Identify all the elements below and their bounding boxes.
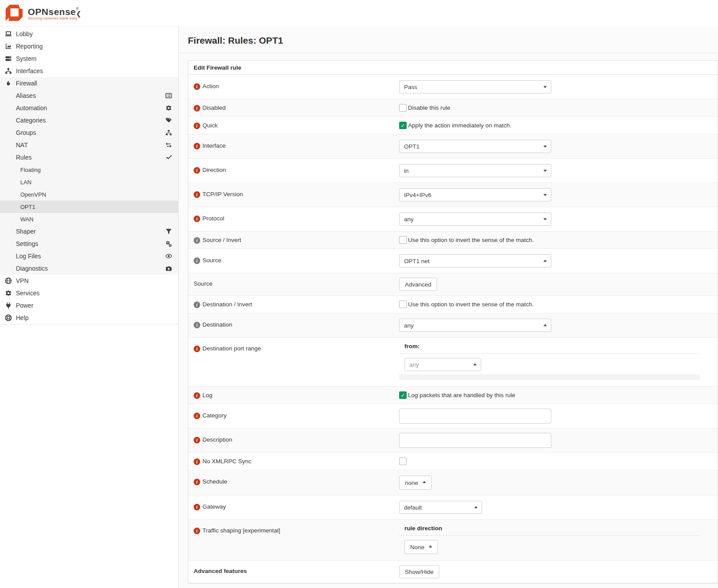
sidebar-item-rules-wan[interactable]: WAN xyxy=(0,213,178,225)
protocol-select[interactable]: any xyxy=(399,212,551,226)
row-control: Disable this rule xyxy=(399,104,718,112)
info-icon[interactable]: i xyxy=(194,479,200,485)
source-select[interactable]: OPT1 net xyxy=(399,254,551,268)
info-icon[interactable]: i xyxy=(194,83,200,90)
sidebar-item-power[interactable]: Power xyxy=(0,299,178,312)
sidebar-item-categories[interactable]: Categories xyxy=(0,114,178,127)
row-label: iTCP/IP Version xyxy=(188,188,399,201)
disabled-checkbox[interactable] xyxy=(399,104,407,112)
info-icon[interactable]: i xyxy=(194,504,200,510)
info-icon[interactable]: i xyxy=(194,143,200,149)
sidebar-item-lobby[interactable]: Lobby xyxy=(0,28,178,40)
info-icon[interactable]: i xyxy=(194,191,200,198)
description-input[interactable] xyxy=(399,433,551,448)
row-control: any xyxy=(399,212,718,226)
checkbox-label: Log packets that are handled by this rul… xyxy=(408,391,515,398)
row-label: iSchedule xyxy=(188,476,399,490)
checkbox-label: Use this option to invert the sense of t… xyxy=(408,301,534,308)
sidebar-item-label: Floating xyxy=(20,167,41,173)
no-xmlrpc-sync-checkbox[interactable] xyxy=(399,458,407,465)
row-label: iNo XMLRPC Sync xyxy=(188,458,399,465)
row-label: iProtocol xyxy=(188,212,399,226)
sidebar-item-groups[interactable]: Groups xyxy=(0,127,178,139)
row-control: ✓Apply the action immediately on match. xyxy=(399,122,718,129)
sidebar-item-nat[interactable]: NAT xyxy=(0,139,178,151)
gear-icon xyxy=(165,105,172,112)
select-value: Pass xyxy=(404,84,417,90)
tcpip-version-select[interactable]: IPv4+IPv6 xyxy=(399,188,551,201)
source-advanced-button[interactable]: Advanced xyxy=(399,278,437,291)
sidebar-item-services[interactable]: Services xyxy=(0,287,178,299)
info-icon[interactable]: i xyxy=(194,257,200,264)
sidebar-item-shaper[interactable]: Shaper xyxy=(0,225,178,238)
info-icon[interactable]: i xyxy=(194,301,200,308)
select-value: any xyxy=(409,361,419,368)
sidebar-item-system[interactable]: System xyxy=(0,52,178,65)
info-icon[interactable]: i xyxy=(194,167,200,174)
sidebar-item-rules[interactable]: Rules xyxy=(0,151,178,164)
sidebar-item-interfaces[interactable]: Interfaces xyxy=(0,65,178,77)
destination-invert-checkbox[interactable] xyxy=(399,301,407,308)
sidebar-item-rules-openvpn[interactable]: OpenVPN xyxy=(0,188,178,201)
info-icon[interactable]: i xyxy=(194,237,200,244)
group-body: None xyxy=(399,536,700,554)
info-icon[interactable]: i xyxy=(194,322,200,328)
info-icon[interactable]: i xyxy=(194,413,200,419)
gateway-select[interactable]: default xyxy=(399,501,482,514)
sidebar-item-firewall[interactable]: Firewall xyxy=(0,77,178,89)
info-icon[interactable]: i xyxy=(194,105,200,112)
row-label-text: Gateway xyxy=(202,503,226,510)
sidebar-item-log-files[interactable]: Log Files xyxy=(0,250,178,262)
select-value: any xyxy=(404,322,414,329)
sidebar-item-reporting[interactable]: Reporting xyxy=(0,40,178,52)
sidebar-item-label: Diagnostics xyxy=(16,265,48,272)
info-icon[interactable]: i xyxy=(194,458,200,465)
info-icon[interactable]: i xyxy=(194,346,200,352)
info-icon[interactable]: i xyxy=(194,392,200,399)
destination-select[interactable]: any xyxy=(399,319,551,332)
source-invert-checkbox[interactable] xyxy=(399,236,407,244)
category-input[interactable] xyxy=(399,409,551,424)
chevron-down-icon xyxy=(543,86,547,88)
row-control xyxy=(399,458,718,465)
traffic-shaping-group: rule directionNone xyxy=(399,525,700,554)
opnsense-logo-icon xyxy=(4,4,24,23)
sidebar-item-automation[interactable]: Automation xyxy=(0,102,178,114)
action-select[interactable]: Pass xyxy=(399,80,551,93)
sidebar-item-rules-opt1[interactable]: OPT1 xyxy=(0,201,178,213)
schedule-select[interactable]: none xyxy=(399,476,432,490)
row-label: iCategory xyxy=(188,409,399,424)
info-icon[interactable]: i xyxy=(194,123,200,129)
row-label-text: Direction xyxy=(202,167,226,173)
info-icon[interactable]: i xyxy=(194,437,200,443)
select-value: None xyxy=(410,544,424,551)
row-control xyxy=(399,433,718,448)
row-label-text: Action xyxy=(202,83,219,89)
main-content: Firewall: Rules: OPT1 Edit Firewall rule… xyxy=(179,26,718,588)
row-label: iGateway xyxy=(188,501,399,514)
sidebar-item-diagnostics[interactable]: Diagnostics xyxy=(0,262,178,275)
sidebar-item-rules-lan[interactable]: LAN xyxy=(0,176,178,188)
sidebar-item-vpn[interactable]: VPN xyxy=(0,275,178,287)
interface-select[interactable]: OPT1 xyxy=(399,140,551,153)
chevron-up-icon xyxy=(473,363,477,365)
sidebar-item-settings[interactable]: Settings xyxy=(0,238,178,250)
destination-port-range-select[interactable]: any xyxy=(404,358,481,371)
advanced-features-button[interactable]: Show/Hide xyxy=(399,565,439,578)
sidebar-collapse-icon[interactable]: ❮ xyxy=(76,10,82,18)
traffic-shaping-select[interactable]: None xyxy=(404,540,438,554)
log-checkbox[interactable]: ✓ xyxy=(399,391,407,399)
row-control: default xyxy=(399,501,718,514)
row-label-text: Description xyxy=(202,436,232,443)
info-icon[interactable]: i xyxy=(194,528,200,534)
sidebar-item-help[interactable]: Help xyxy=(0,312,178,324)
sidebar-item-rules-floating[interactable]: Floating xyxy=(0,164,178,176)
info-icon[interactable]: i xyxy=(194,216,200,222)
quick-checkbox[interactable]: ✓ xyxy=(399,122,407,129)
sidebar-item-label: Settings xyxy=(16,240,38,247)
row-label-text: Protocol xyxy=(202,215,224,222)
direction-select[interactable]: in xyxy=(399,164,551,177)
row-control: from:any xyxy=(399,343,718,380)
sidebar-item-label: NAT xyxy=(16,141,28,149)
sidebar-item-aliases[interactable]: Aliases xyxy=(0,89,178,102)
